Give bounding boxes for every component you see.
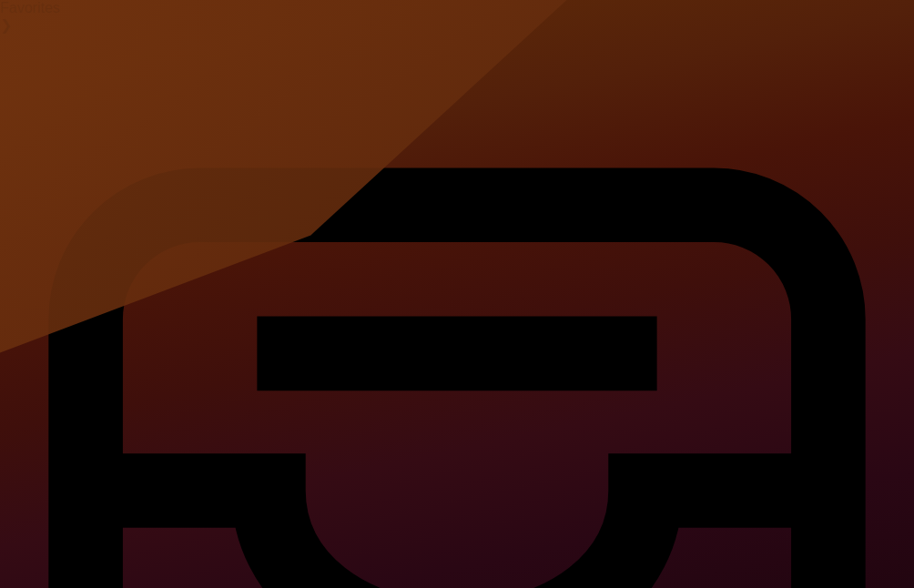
desktop-wallpaper: Favorites ❯ All Inboxes iCloud Work <box>0 0 914 588</box>
wallpaper-facet <box>0 0 914 588</box>
